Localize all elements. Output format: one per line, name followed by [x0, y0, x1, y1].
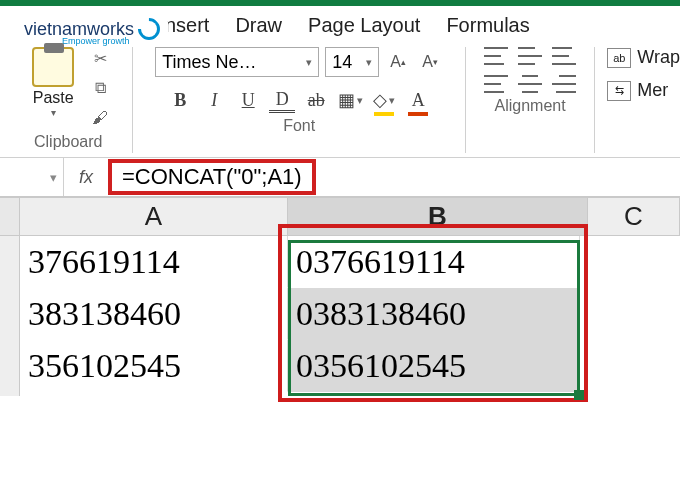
wrap-text-icon: ab: [607, 48, 631, 68]
format-painter-icon[interactable]: 🖌: [89, 107, 111, 129]
double-underline-button[interactable]: D: [269, 87, 295, 113]
merge-label: Mer: [637, 80, 668, 101]
underline-button[interactable]: U: [235, 87, 261, 113]
font-name-select[interactable]: Times Ne… ▾: [155, 47, 319, 77]
decrease-font-icon[interactable]: A▾: [417, 47, 443, 77]
strike-button[interactable]: ab: [303, 87, 329, 113]
merge-center-button[interactable]: ⇆ Mer: [607, 80, 680, 101]
name-box[interactable]: ▾: [0, 158, 64, 196]
cell-a1[interactable]: 376619114: [20, 236, 288, 288]
grid-body: 376619114 383138460 356102545 0376619114…: [0, 236, 680, 396]
ribbon: Paste ▾ ✂ ⧉ 🖌 Clipboard Times Ne… ▾ 14 ▾…: [0, 45, 680, 158]
group-label-alignment: Alignment: [476, 97, 584, 115]
align-right-button[interactable]: [552, 75, 576, 93]
group-font: Times Ne… ▾ 14 ▾ A▴ A▾ B I U D ab ▦▾ ◇▾ …: [133, 47, 465, 153]
group-alignment: Alignment: [466, 47, 595, 153]
row-headers[interactable]: [0, 236, 20, 396]
group-wrap: ab Wrap ⇆ Mer: [595, 47, 680, 153]
tab-page-layout[interactable]: Page Layout: [308, 14, 420, 37]
align-center-button[interactable]: [518, 75, 542, 93]
merge-icon: ⇆: [607, 81, 631, 101]
col-header-c[interactable]: C: [588, 198, 680, 235]
cell-a2[interactable]: 383138460: [20, 288, 288, 340]
wrap-text-label: Wrap: [637, 47, 680, 68]
align-left-button[interactable]: [484, 75, 508, 93]
formula-input[interactable]: =CONCAT("0";A1): [108, 159, 316, 195]
fill-color-button[interactable]: ◇▾: [371, 87, 397, 113]
cell-a3[interactable]: 356102545: [20, 340, 288, 392]
align-middle-button[interactable]: [518, 47, 542, 65]
borders-button[interactable]: ▦▾: [337, 87, 363, 113]
chevron-down-icon: ▾: [51, 107, 56, 118]
font-size-value: 14: [332, 52, 352, 73]
formula-bar: ▾ fx =CONCAT("0";A1): [0, 158, 680, 198]
col-header-a[interactable]: A: [20, 198, 288, 235]
font-name-value: Times Ne…: [162, 52, 256, 73]
tab-draw[interactable]: Draw: [235, 14, 282, 37]
paste-label: Paste: [33, 89, 74, 107]
bold-button[interactable]: B: [167, 87, 193, 113]
logo-swoosh-icon: [133, 13, 164, 44]
paste-button[interactable]: Paste ▾: [25, 47, 81, 129]
align-top-button[interactable]: [484, 47, 508, 65]
align-bottom-button[interactable]: [552, 47, 576, 65]
font-size-select[interactable]: 14 ▾: [325, 47, 379, 77]
group-clipboard: Paste ▾ ✂ ⧉ 🖌 Clipboard: [4, 47, 133, 153]
group-label-clipboard: Clipboard: [34, 133, 102, 151]
logo-tagline: Empower growth: [62, 36, 130, 46]
col-header-b[interactable]: B: [288, 198, 588, 235]
paste-icon: [32, 47, 74, 87]
cell-b1[interactable]: 0376619114: [288, 236, 580, 288]
column-headers: A B C: [0, 198, 680, 236]
font-color-button[interactable]: A: [405, 87, 431, 113]
cut-icon[interactable]: ✂: [89, 47, 111, 69]
italic-button[interactable]: I: [201, 87, 227, 113]
group-label-font: Font: [283, 117, 315, 135]
fx-icon[interactable]: fx: [64, 167, 108, 188]
copy-icon[interactable]: ⧉: [89, 77, 111, 99]
cell-b2[interactable]: 0383138460: [288, 288, 580, 340]
chevron-down-icon: ▾: [306, 56, 312, 69]
increase-font-icon[interactable]: A▴: [385, 47, 411, 77]
select-all-corner[interactable]: [0, 198, 20, 235]
tab-formulas[interactable]: Formulas: [446, 14, 529, 37]
chevron-down-icon: ▾: [366, 56, 372, 69]
cell-b3[interactable]: 0356102545: [288, 340, 580, 392]
wrap-text-button[interactable]: ab Wrap: [607, 47, 680, 68]
